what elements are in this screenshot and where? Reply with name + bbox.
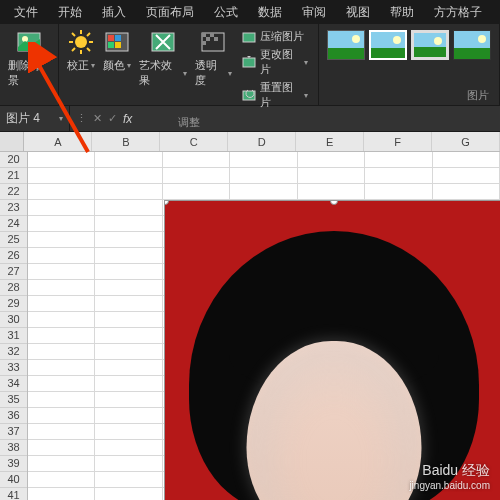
svg-rect-19 xyxy=(210,33,214,37)
col-header[interactable]: D xyxy=(228,132,296,151)
svg-point-2 xyxy=(75,36,87,48)
ribbon-group-styles: 图片 xyxy=(319,24,500,105)
svg-rect-20 xyxy=(206,37,210,41)
transparency-icon xyxy=(199,28,227,56)
svg-rect-18 xyxy=(202,33,206,37)
picture-style-2[interactable] xyxy=(369,30,407,60)
row-header[interactable]: 31 xyxy=(0,328,27,344)
picture-style-3[interactable] xyxy=(411,30,449,60)
ribbon-group-background: 删除背景 xyxy=(0,24,59,105)
tab-help[interactable]: 帮助 xyxy=(380,0,424,25)
tab-home[interactable]: 开始 xyxy=(48,0,92,25)
styles-group-label: 图片 xyxy=(323,86,495,105)
row-header[interactable]: 37 xyxy=(0,424,27,440)
row-header[interactable]: 20 xyxy=(0,152,27,168)
row-header[interactable]: 32 xyxy=(0,344,27,360)
corrections-button[interactable]: 校正▾ xyxy=(63,26,99,75)
tab-review[interactable]: 审阅 xyxy=(292,0,336,25)
name-box[interactable]: 图片 4 ▾ xyxy=(0,106,70,131)
chevron-down-icon: ▾ xyxy=(304,58,308,67)
transparency-label: 透明度 xyxy=(195,58,226,88)
row-header[interactable]: 25 xyxy=(0,232,27,248)
row-header[interactable]: 40 xyxy=(0,472,27,488)
corrections-label: 校正 xyxy=(67,58,89,73)
row-header[interactable]: 39 xyxy=(0,456,27,472)
tab-insert[interactable]: 插入 xyxy=(92,0,136,25)
row-header[interactable]: 27 xyxy=(0,264,27,280)
col-header[interactable]: F xyxy=(364,132,432,151)
remove-background-icon xyxy=(15,28,43,56)
row-header[interactable]: 26 xyxy=(0,248,27,264)
col-header[interactable]: G xyxy=(432,132,500,151)
reset-picture-button[interactable]: 重置图片 ▾ xyxy=(240,79,310,111)
chevron-down-icon: ▾ xyxy=(228,69,232,78)
col-header[interactable]: E xyxy=(296,132,364,151)
chevron-down-icon: ▾ xyxy=(304,91,308,100)
row-header[interactable]: 35 xyxy=(0,392,27,408)
menu-tabs: 文件 开始 插入 页面布局 公式 数据 审阅 视图 帮助 方方格子 xyxy=(0,0,500,24)
artistic-label: 艺术效果 xyxy=(139,58,180,88)
artistic-effects-button[interactable]: 艺术效果▾ xyxy=(135,26,190,90)
change-picture-button[interactable]: 更改图片 ▾ xyxy=(240,46,310,78)
tab-view[interactable]: 视图 xyxy=(336,0,380,25)
svg-line-9 xyxy=(87,33,90,36)
inserted-picture[interactable] xyxy=(164,200,500,500)
row-header[interactable]: 28 xyxy=(0,280,27,296)
col-header[interactable]: C xyxy=(160,132,228,151)
row-header[interactable]: 38 xyxy=(0,440,27,456)
col-header[interactable]: B xyxy=(92,132,160,151)
row-header[interactable]: 41 xyxy=(0,488,27,500)
col-header[interactable]: A xyxy=(24,132,92,151)
svg-rect-24 xyxy=(243,58,255,67)
row-header[interactable]: 29 xyxy=(0,296,27,312)
svg-rect-14 xyxy=(108,42,114,48)
transparency-button[interactable]: 透明度▾ xyxy=(191,26,236,90)
picture-style-1[interactable] xyxy=(327,30,365,60)
row-header[interactable]: 21 xyxy=(0,168,27,184)
cells-area[interactable] xyxy=(28,152,500,500)
row-header[interactable]: 36 xyxy=(0,408,27,424)
remove-background-button[interactable]: 删除背景 xyxy=(4,26,54,90)
row-header[interactable]: 33 xyxy=(0,360,27,376)
svg-rect-13 xyxy=(115,35,121,41)
artistic-icon xyxy=(149,28,177,56)
ribbon: 删除背景 校正▾ 颜色▾ 艺术效果▾ xyxy=(0,24,500,106)
tab-layout[interactable]: 页面布局 xyxy=(136,0,204,25)
row-header[interactable]: 22 xyxy=(0,184,27,200)
tab-formulas[interactable]: 公式 xyxy=(204,0,248,25)
svg-rect-23 xyxy=(243,33,255,42)
change-label: 更改图片 xyxy=(260,47,300,77)
svg-line-7 xyxy=(72,33,75,36)
tab-addon[interactable]: 方方格子 xyxy=(424,0,492,25)
ribbon-group-adjust: 校正▾ 颜色▾ 艺术效果▾ 透明度▾ xyxy=(59,24,319,105)
row-header[interactable]: 34 xyxy=(0,376,27,392)
compress-icon xyxy=(242,30,256,44)
row-header[interactable]: 23 xyxy=(0,200,27,216)
resize-handle-tl[interactable] xyxy=(164,200,169,205)
tab-data[interactable]: 数据 xyxy=(248,0,292,25)
svg-rect-12 xyxy=(108,35,114,41)
sun-icon xyxy=(67,28,95,56)
change-picture-icon xyxy=(242,55,256,69)
svg-rect-15 xyxy=(115,42,121,48)
svg-line-8 xyxy=(87,48,90,51)
select-all-corner[interactable] xyxy=(0,132,24,151)
row-header[interactable]: 24 xyxy=(0,216,27,232)
resize-handle-tm[interactable] xyxy=(330,200,338,205)
picture-style-4[interactable] xyxy=(453,30,491,60)
chevron-down-icon: ▾ xyxy=(91,61,95,70)
chevron-down-icon: ▾ xyxy=(127,61,131,70)
name-box-value: 图片 4 xyxy=(6,110,40,127)
compress-picture-button[interactable]: 压缩图片 xyxy=(240,28,310,45)
column-headers: A B C D E F G xyxy=(0,132,500,152)
row-header[interactable]: 30 xyxy=(0,312,27,328)
color-palette-icon xyxy=(103,28,131,56)
color-label: 颜色 xyxy=(103,58,125,73)
svg-rect-21 xyxy=(214,37,218,41)
svg-rect-22 xyxy=(202,41,206,45)
color-button[interactable]: 颜色▾ xyxy=(99,26,135,75)
spreadsheet-area: A B C D E F G 20212223242526272829303132… xyxy=(0,132,500,500)
tab-file[interactable]: 文件 xyxy=(4,0,48,25)
reset-label: 重置图片 xyxy=(260,80,300,110)
chevron-down-icon: ▾ xyxy=(183,69,187,78)
